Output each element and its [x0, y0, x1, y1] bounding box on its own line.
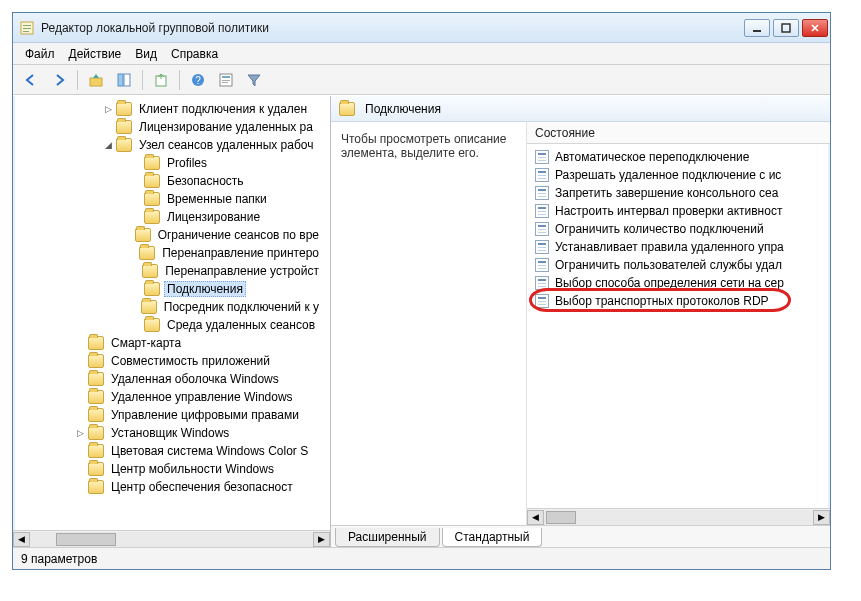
folder-icon — [88, 462, 104, 476]
setting-label: Настроить интервал проверки активност — [555, 204, 782, 218]
setting-item[interactable]: Автоматическое переподключение — [527, 148, 830, 166]
tree-item[interactable]: Ограничение сеансов по вре — [13, 226, 330, 244]
tree-item-label: Среда удаленных сеансов — [164, 317, 318, 333]
list-horizontal-scrollbar[interactable]: ◀ ▶ — [527, 508, 830, 525]
setting-label: Запретить завершение консольного сеа — [555, 186, 778, 200]
tree-item[interactable]: Безопасность — [13, 172, 330, 190]
scroll-thumb[interactable] — [56, 533, 116, 546]
tree-item[interactable]: Лицензирование — [13, 208, 330, 226]
tree-item[interactable]: Временные папки — [13, 190, 330, 208]
folder-icon — [339, 102, 355, 116]
folder-icon — [88, 354, 104, 368]
svg-rect-5 — [782, 24, 790, 32]
scroll-right-arrow[interactable]: ▶ — [313, 532, 330, 547]
setting-item[interactable]: Запретить завершение консольного сеа — [527, 184, 830, 202]
tree-item[interactable]: Перенаправление принтеро — [13, 244, 330, 262]
up-button[interactable] — [84, 68, 108, 92]
scroll-left-arrow[interactable]: ◀ — [527, 510, 544, 525]
folder-icon — [144, 192, 160, 206]
tree-item[interactable]: Profiles — [13, 154, 330, 172]
expand-icon[interactable]: ▷ — [75, 428, 86, 439]
svg-text:?: ? — [195, 75, 201, 86]
tree-item[interactable]: ▷Клиент подключения к удален — [13, 100, 330, 118]
tree-item[interactable]: Удаленная оболочка Windows — [13, 370, 330, 388]
setting-item[interactable]: Ограничить количество подключений — [527, 220, 830, 238]
details-title: Подключения — [365, 102, 441, 116]
scroll-thumb[interactable] — [546, 511, 576, 524]
navigation-tree[interactable]: ▷Клиент подключения к удаленЛицензирован… — [13, 96, 330, 530]
menu-help[interactable]: Справка — [165, 45, 224, 63]
back-button[interactable] — [19, 68, 43, 92]
folder-icon — [144, 210, 160, 224]
window-title: Редактор локальной групповой политики — [41, 21, 744, 35]
toggle-spacer — [75, 374, 86, 385]
folder-icon — [88, 444, 104, 458]
tree-item[interactable]: ◢Узел сеансов удаленных рабоч — [13, 136, 330, 154]
tree-horizontal-scrollbar[interactable]: ◀ ▶ — [13, 530, 330, 547]
tree-item[interactable]: Цветовая система Windows Color S — [13, 442, 330, 460]
toggle-spacer — [131, 320, 142, 331]
toggle-spacer — [75, 482, 86, 493]
setting-label: Устанавливает правила удаленного упра — [555, 240, 784, 254]
help-button[interactable]: ? — [186, 68, 210, 92]
tree-item[interactable]: Подключения — [13, 280, 330, 298]
status-text: 9 параметров — [21, 552, 97, 566]
tree-item[interactable]: Посредник подключений к у — [13, 298, 330, 316]
tree-item[interactable]: Лицензирование удаленных ра — [13, 118, 330, 136]
titlebar: Редактор локальной групповой политики — [13, 13, 830, 43]
folder-icon — [88, 390, 104, 404]
forward-button[interactable] — [47, 68, 71, 92]
folder-icon — [144, 318, 160, 332]
svg-rect-8 — [90, 78, 102, 86]
scroll-left-arrow[interactable]: ◀ — [13, 532, 30, 547]
menubar: Файл Действие Вид Справка — [13, 43, 830, 65]
tree-item[interactable]: Центр мобильности Windows — [13, 460, 330, 478]
tree-item[interactable]: Перенаправление устройст — [13, 262, 330, 280]
tree-item[interactable]: Удаленное управление Windows — [13, 388, 330, 406]
setting-item[interactable]: Устанавливает правила удаленного упра — [527, 238, 830, 256]
setting-item[interactable]: Разрешать удаленное подключение с ис — [527, 166, 830, 184]
tree-item[interactable]: Управление цифровыми правами — [13, 406, 330, 424]
minimize-button[interactable] — [744, 19, 770, 37]
setting-item[interactable]: Выбор транспортных протоколов RDP — [527, 292, 830, 310]
tab-standard[interactable]: Стандартный — [442, 528, 543, 547]
close-button[interactable] — [802, 19, 828, 37]
menu-file[interactable]: Файл — [19, 45, 61, 63]
toggle-spacer — [131, 176, 142, 187]
tree-item-label: Лицензирование — [164, 209, 263, 225]
folder-icon — [88, 372, 104, 386]
setting-icon — [535, 276, 549, 290]
tree-item[interactable]: Центр обеспечения безопасност — [13, 478, 330, 496]
folder-icon — [88, 336, 104, 350]
column-header-state[interactable]: Состояние — [527, 122, 830, 144]
details-body: Чтобы просмотреть описание элемента, выд… — [331, 122, 830, 525]
setting-item[interactable]: Настроить интервал проверки активност — [527, 202, 830, 220]
tree-item[interactable]: Смарт-карта — [13, 334, 330, 352]
export-button[interactable] — [149, 68, 173, 92]
details-pane: Подключения Чтобы просмотреть описание э… — [331, 96, 830, 547]
menu-view[interactable]: Вид — [129, 45, 163, 63]
toggle-spacer — [122, 230, 132, 241]
folder-icon — [116, 102, 132, 116]
tree-item[interactable]: ▷Установщик Windows — [13, 424, 330, 442]
tab-extended[interactable]: Расширенный — [335, 528, 440, 547]
collapse-icon[interactable]: ◢ — [103, 140, 114, 151]
toggle-spacer — [75, 392, 86, 403]
tree-item-label: Совместимость приложений — [108, 353, 273, 369]
expand-icon[interactable]: ▷ — [103, 104, 114, 115]
setting-item[interactable]: Ограничить пользователей службы удал — [527, 256, 830, 274]
tree-item[interactable]: Среда удаленных сеансов — [13, 316, 330, 334]
menu-action[interactable]: Действие — [63, 45, 128, 63]
setting-item[interactable]: Выбор способа определения сети на сер — [527, 274, 830, 292]
content-area: ▷Клиент подключения к удаленЛицензирован… — [13, 95, 830, 547]
properties-button[interactable] — [214, 68, 238, 92]
tree-item[interactable]: Совместимость приложений — [13, 352, 330, 370]
scroll-right-arrow[interactable]: ▶ — [813, 510, 830, 525]
settings-list[interactable]: Автоматическое переподключениеРазрешать … — [527, 144, 830, 508]
show-hide-tree-button[interactable] — [112, 68, 136, 92]
maximize-button[interactable] — [773, 19, 799, 37]
svg-rect-15 — [222, 76, 230, 78]
setting-label: Выбор способа определения сети на сер — [555, 276, 784, 290]
settings-list-wrap: Состояние Автоматическое переподключение… — [526, 122, 830, 525]
filter-button[interactable] — [242, 68, 266, 92]
